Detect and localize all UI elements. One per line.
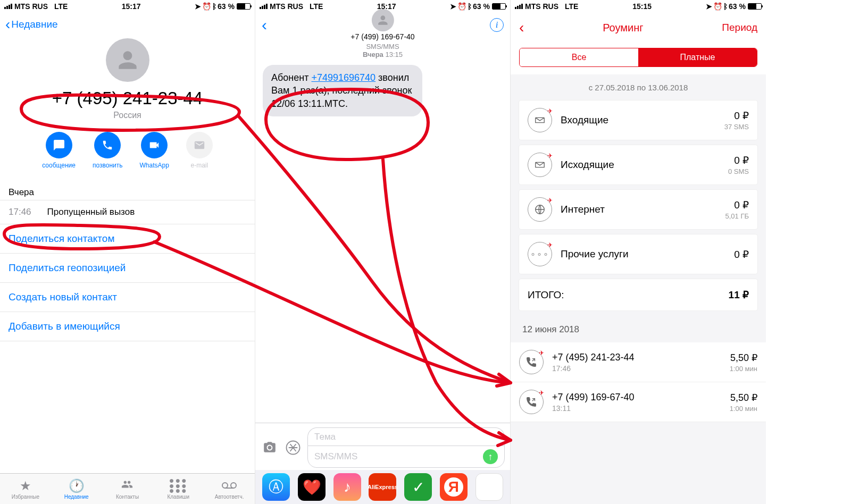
location-icon: ➤: [706, 2, 712, 11]
svg-point-1: [231, 483, 236, 488]
signal-icon: [260, 4, 268, 9]
back-button[interactable]: ‹: [519, 19, 524, 36]
location-icon: ➤: [450, 2, 456, 11]
create-contact[interactable]: Создать новый контакт: [0, 283, 255, 312]
globe-icon: ✈: [528, 197, 552, 222]
appstore-icon[interactable]: Ⓐ: [262, 473, 290, 501]
call-in-icon: ✈: [519, 390, 544, 414]
day-header: Вчера: [0, 183, 255, 200]
clock: 15:17: [122, 2, 141, 11]
aliexpress-icon[interactable]: AliExpress: [369, 473, 396, 501]
total-row: ИТОГО:11 ₽: [519, 279, 757, 310]
incoming-row[interactable]: ✈Входящие0 ₽37 SMS: [519, 100, 757, 140]
tab-contacts[interactable]: Контакты: [102, 474, 153, 504]
internet-row[interactable]: ✈Интернет0 ₽5,01 ГБ: [519, 190, 757, 229]
other-icon: ∘∘∘✈: [528, 242, 552, 266]
call-action[interactable]: позвонить: [93, 132, 123, 169]
back-label: Недавние: [11, 19, 57, 30]
subject-input[interactable]: Тема: [307, 427, 505, 446]
info-button[interactable]: i: [490, 18, 504, 32]
mail-out-icon: ✈: [528, 153, 552, 177]
app-icon[interactable]: ❤️: [298, 473, 326, 501]
share-contact[interactable]: Поделиться контактом: [0, 224, 255, 254]
clock: 15:15: [632, 2, 652, 11]
phone-link[interactable]: +74991696740: [311, 72, 376, 83]
music-icon[interactable]: ♪: [333, 473, 361, 501]
tab-recents[interactable]: 🕐Недавние: [51, 474, 102, 504]
battery-icon: [492, 3, 506, 10]
contact-phone: +7 (495) 241-23-44: [0, 88, 255, 108]
network-type: LTE: [54, 2, 68, 11]
battery-pct: 63 %: [218, 2, 235, 11]
app-dock: Ⓐ ❤️ ♪ AliExpress ✓ Я: [255, 470, 510, 504]
call-log-row[interactable]: ✈ +7 (499) 169-67-4013:11 5,50 ₽1:00 мин: [511, 382, 766, 422]
svg-point-0: [222, 483, 228, 488]
signal-icon: [4, 4, 12, 9]
contact-avatar: [106, 38, 149, 82]
carrier: MTS RUS: [14, 2, 48, 11]
bluetooth-icon: ᛒ: [212, 2, 216, 11]
segment-paid[interactable]: Платные: [638, 48, 757, 66]
sberbank-icon[interactable]: ✓: [404, 473, 432, 501]
tab-bar: ★Избранные 🕐Недавние Контакты ●●●●●●●●●К…: [0, 473, 255, 504]
bluetooth-icon: ᛒ: [468, 2, 472, 11]
date-range: с 27.05.2018 по 13.06.2018: [511, 74, 766, 100]
alarm-icon: ⏰: [202, 2, 211, 11]
battery-icon: [748, 3, 762, 10]
signal-icon: [515, 4, 523, 9]
send-button[interactable]: ↑: [483, 449, 498, 464]
missed-time: 17:46: [9, 207, 31, 217]
log-date-header: 12 июня 2018: [511, 310, 766, 342]
segment-control: Все Платные: [519, 48, 757, 67]
tab-favorites[interactable]: ★Избранные: [0, 474, 51, 504]
sender-avatar[interactable]: [371, 9, 394, 31]
segment-all[interactable]: Все: [520, 48, 638, 66]
back-button[interactable]: ‹: [262, 16, 267, 34]
other-row[interactable]: ∘∘∘✈Прочие услуги0 ₽: [519, 234, 757, 274]
call-in-icon: ✈: [519, 350, 544, 374]
contact-country: Россия: [0, 111, 255, 120]
message-action[interactable]: сообщение: [42, 132, 76, 169]
back-button[interactable]: ‹Недавние: [5, 17, 58, 32]
bluetooth-icon: ᛒ: [723, 2, 728, 11]
tab-keypad[interactable]: ●●●●●●●●●Клавиши: [153, 474, 204, 504]
whatsapp-action[interactable]: WhatsApp: [139, 132, 169, 169]
battery-icon: [237, 3, 251, 10]
alarm-icon: ⏰: [457, 2, 466, 11]
missed-label: Пропущенный вызов: [47, 207, 135, 217]
camera-button[interactable]: [261, 439, 279, 457]
missed-call-row: 17:46 Пропущенный вызов: [0, 200, 255, 224]
message-input[interactable]: SMS/MMS↑: [307, 446, 505, 468]
period-button[interactable]: Период: [722, 22, 757, 33]
sender-number: +7 (499) 169-67-40: [351, 32, 414, 41]
app-icon[interactable]: [475, 473, 503, 501]
message-bubble[interactable]: Абонент +74991696740 звонил Вам 1 раз(а)…: [263, 65, 422, 116]
status-bar: MTS RUS LTE 15:15 ➤⏰ᛒ63 %: [511, 0, 766, 13]
mail-in-icon: ✈: [528, 108, 552, 132]
page-title: Роуминг: [603, 22, 643, 34]
email-action: e-mail: [186, 132, 213, 169]
tab-voicemail[interactable]: Автоответч.: [204, 474, 255, 504]
yandex-icon[interactable]: Я: [440, 473, 468, 501]
add-existing[interactable]: Добавить в имеющийся: [0, 312, 255, 341]
alarm-icon: ⏰: [713, 2, 722, 11]
message-timestamp: SMS/MMSВчера 13:15: [263, 43, 503, 58]
share-location[interactable]: Поделиться геопозицией: [0, 254, 255, 283]
outgoing-row[interactable]: ✈Исходящие0 ₽0 SMS: [519, 145, 757, 184]
apps-button[interactable]: [284, 439, 302, 457]
status-bar: MTS RUS LTE 15:17 ➤⏰ᛒ63 %: [0, 0, 255, 13]
location-icon: ➤: [195, 2, 201, 11]
call-log-row[interactable]: ✈ +7 (495) 241-23-4417:46 5,50 ₽1:00 мин: [511, 342, 766, 382]
